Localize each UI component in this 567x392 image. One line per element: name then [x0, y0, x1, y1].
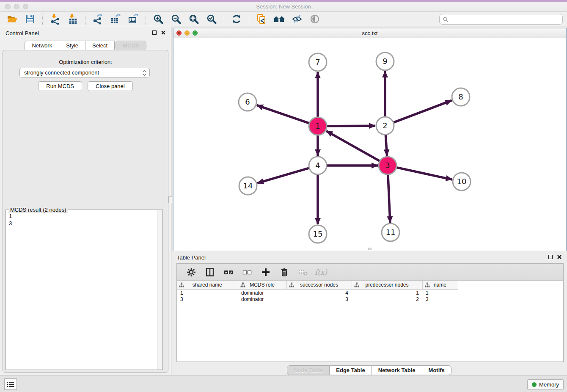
tab-edge-table[interactable]: Edge Table — [330, 365, 372, 375]
export-table-icon[interactable] — [109, 13, 122, 25]
tab-style[interactable]: Style — [59, 41, 85, 50]
network-window-titlebar[interactable]: × − + scc.txt — [173, 28, 566, 38]
edge-3-10[interactable] — [396, 168, 452, 179]
node-label-15: 15 — [313, 229, 323, 238]
deselect-all-columns-icon[interactable] — [241, 266, 253, 279]
stepper-icon — [142, 69, 147, 78]
column-header-shared-name[interactable]: shared name — [177, 281, 238, 289]
app-title: Session: New Session — [0, 3, 567, 10]
optimization-criterion-dropdown[interactable]: strongly connected component — [19, 68, 150, 77]
table-body: 1dominator4113dominator323 — [177, 289, 458, 303]
tab-network-table[interactable]: Network Table — [372, 365, 422, 375]
cell[interactable]: 4 — [286, 289, 352, 296]
tab-select[interactable]: Select — [85, 41, 115, 50]
close-table-panel-icon[interactable] — [557, 254, 562, 259]
cell[interactable]: 3 — [177, 296, 238, 303]
search-field[interactable] — [439, 14, 563, 25]
edge-2-3[interactable] — [385, 135, 387, 156]
close-panel-button[interactable]: Close panel — [88, 81, 133, 91]
search-icon — [443, 17, 449, 22]
column-header-MCDS-role[interactable]: MCDS role — [238, 281, 286, 289]
mcds-tab-content: Optimization criterion: strongly connect… — [3, 50, 168, 373]
export-image-icon[interactable] — [127, 13, 140, 25]
column-header-name[interactable]: name — [422, 281, 458, 289]
cell[interactable]: 1 — [177, 289, 238, 296]
cell[interactable]: 1 — [352, 289, 422, 296]
cell[interactable]: dominator — [238, 296, 286, 303]
node-label-2: 2 — [383, 121, 387, 130]
refresh-layout-icon[interactable] — [230, 13, 243, 25]
add-column-icon[interactable] — [259, 266, 272, 279]
delete-column-icon[interactable] — [278, 266, 291, 279]
table-row[interactable]: 3dominator323 — [177, 296, 458, 303]
float-panel-icon[interactable] — [152, 30, 157, 35]
cell[interactable]: dominator — [238, 289, 286, 296]
edge-1-6[interactable] — [257, 105, 309, 123]
export-network-icon[interactable] — [91, 13, 104, 25]
zoom-fit-icon[interactable] — [187, 13, 200, 25]
table-box: f(x) shared nameMCDS rolesuccessor nodes… — [176, 263, 564, 362]
edge-2-8[interactable] — [394, 100, 452, 122]
search-input[interactable] — [450, 16, 562, 22]
table-panel-title: Table Panel — [177, 254, 206, 261]
node-label-1: 1 — [315, 121, 320, 130]
network-graph: 7968124314101511 — [173, 38, 566, 251]
zoom-out-icon[interactable] — [170, 13, 182, 25]
zoom-in-icon[interactable] — [152, 13, 165, 25]
tab-mcds[interactable]: MCDS — [116, 41, 146, 50]
edge-1-2[interactable] — [327, 126, 375, 126]
cell[interactable]: 3 — [286, 296, 352, 303]
edge-3-11[interactable] — [388, 175, 390, 223]
tab-network[interactable]: Network — [25, 41, 59, 50]
list-icon — [7, 381, 14, 387]
import-network-icon[interactable] — [49, 13, 61, 25]
table-header-row: shared nameMCDS rolesuccessor nodesprede… — [177, 281, 458, 289]
hide-panel-eye-icon[interactable] — [291, 13, 303, 25]
result-scrollbar[interactable] — [157, 210, 162, 370]
function-builder-icon[interactable]: f(x) — [315, 268, 327, 276]
optimization-criterion-label: Optimization criterion: — [3, 59, 168, 65]
close-panel-icon[interactable] — [161, 30, 166, 35]
show-panel-eye-icon[interactable] — [308, 13, 321, 25]
gear-icon[interactable] — [185, 266, 198, 279]
table-row[interactable]: 1dominator411 — [177, 289, 458, 296]
edge-3-1[interactable] — [326, 131, 380, 161]
node-label-4: 4 — [315, 161, 320, 170]
column-header-predecessor-nodes[interactable]: predecessor nodes — [352, 281, 422, 289]
tab-motifs[interactable]: Motifs — [422, 365, 451, 375]
memory-button[interactable]: Memory — [527, 379, 564, 390]
run-mcds-button[interactable]: Run MCDS — [38, 81, 82, 91]
delete-table-icon[interactable] — [297, 266, 309, 279]
node-label-6: 6 — [245, 97, 250, 106]
network-window-title: scc.txt — [173, 30, 566, 36]
toolbar-separator — [224, 14, 224, 25]
toolbar-separator — [146, 14, 146, 25]
cell[interactable]: 2 — [352, 296, 422, 303]
copy-style-icon[interactable] — [255, 13, 268, 25]
tab-node-table[interactable]: Node Table — [287, 365, 330, 375]
import-table-icon[interactable] — [66, 13, 79, 25]
window-resize-grip[interactable] — [368, 248, 372, 250]
toolbar-separator — [249, 14, 249, 25]
save-icon[interactable] — [24, 13, 36, 25]
network-canvas[interactable]: 7968124314101511 — [173, 38, 566, 251]
select-all-columns-icon[interactable] — [222, 266, 235, 279]
float-table-panel-icon[interactable] — [548, 255, 553, 259]
cell[interactable]: 3 — [422, 296, 458, 303]
dropdown-value: strongly connected component — [24, 69, 99, 76]
open-folder-icon[interactable] — [6, 13, 19, 25]
panel-divider-grip[interactable] — [168, 196, 172, 203]
home-view-icon[interactable] — [273, 13, 286, 25]
node-label-8: 8 — [458, 92, 463, 101]
cell[interactable]: 1 — [422, 289, 458, 296]
control-panel-title: Control Panel — [6, 30, 39, 36]
table-tabs: Node TableEdge TableNetwork TableMotifs — [171, 365, 567, 375]
memory-status-icon — [532, 382, 537, 387]
show-columns-icon[interactable] — [204, 266, 216, 279]
zoom-selected-icon[interactable] — [205, 13, 218, 25]
app-titlebar: Session: New Session — [0, 0, 567, 12]
column-header-successor-nodes[interactable]: successor nodes — [286, 281, 352, 289]
node-label-3: 3 — [385, 161, 390, 170]
edge-4-14[interactable] — [257, 168, 309, 183]
task-history-button[interactable] — [4, 378, 17, 390]
